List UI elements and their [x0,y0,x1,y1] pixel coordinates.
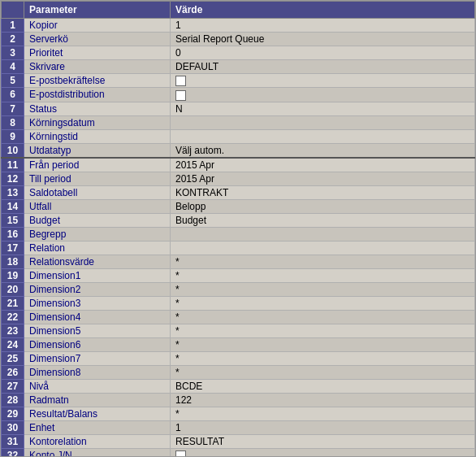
param-value: * [171,268,475,282]
param-label: Körningsdatum [24,115,171,129]
row-number: 32 [2,448,24,457]
param-label: Prioritet [24,46,171,60]
row-number: 1 [2,19,24,33]
table-row: 9Körningstid [2,129,475,143]
table-row: 17Relation [2,241,475,255]
row-number: 6 [2,88,24,102]
row-number: 21 [2,296,24,310]
row-number: 4 [2,60,24,74]
table-row: 6E-postdistribution [2,88,475,102]
param-label: Saldotabell [24,185,171,199]
table-row: 15BudgetBudget [2,213,475,227]
parameter-table: Parameter Värde 1Kopior12ServerköSerial … [1,1,475,457]
param-value [171,241,475,255]
param-value: Serial Report Queue [171,33,475,46]
row-number: 5 [2,74,24,88]
table-row: 13SaldotabellKONTRAKT [2,185,475,199]
param-label: Budget [24,213,171,227]
param-value[interactable] [171,88,475,102]
param-label: Dimension6 [24,337,171,351]
param-value: * [171,365,475,379]
param-value: 122 [171,393,475,407]
param-label: Dimension5 [24,324,171,337]
param-value: * [171,351,475,365]
col-parameter-header: Parameter [24,2,171,19]
row-number: 23 [2,324,24,337]
table-row: 31KontorelationRESULTAT [2,434,475,448]
param-label: Begrepp [24,227,171,241]
param-label: Från period [24,158,171,172]
param-label: Radmatn [24,393,171,407]
param-value: * [171,407,475,420]
param-label: Dimension8 [24,365,171,379]
param-label: Dimension3 [24,296,171,310]
param-value: 2015 Apr [171,158,475,172]
row-number: 13 [2,185,24,199]
table-row: 27NivåBCDE [2,379,475,393]
row-number: 26 [2,365,24,379]
table-row: 7StatusN [2,102,475,115]
param-value: * [171,296,475,310]
param-label: Relationsvärde [24,255,171,268]
param-label: Till period [24,172,171,185]
param-label: Status [24,102,171,115]
param-label: Dimension7 [24,351,171,365]
param-label: Utfall [24,199,171,213]
param-label: Utdatatyp [24,143,171,158]
param-value: 1 [171,19,475,33]
param-label: E-postbekräftelse [24,74,171,88]
row-number: 8 [2,115,24,129]
col-value-header: Värde [171,2,475,19]
table-row: 12Till period2015 Apr [2,172,475,185]
table-row: 16Begrepp [2,227,475,241]
checkbox-input[interactable] [175,76,186,86]
param-label: Dimension2 [24,282,171,296]
param-value: 0 [171,46,475,60]
row-number: 11 [2,158,24,172]
param-value: KONTRAKT [171,185,475,199]
param-value: * [171,337,475,351]
checkbox-input[interactable] [175,90,186,101]
table-row: 8Körningsdatum [2,115,475,129]
table-row: 29Resultat/Balans* [2,407,475,420]
table-row: 4SkrivareDEFAULT [2,60,475,74]
row-number: 12 [2,172,24,185]
param-label: Konto J/N [24,448,171,457]
param-label: Relation [24,241,171,255]
param-label: Nivå [24,379,171,393]
table-row: 10UtdatatypVälj autom. [2,143,475,158]
table-row: 11Från period2015 Apr [2,158,475,172]
row-number: 27 [2,379,24,393]
param-value: * [171,324,475,337]
row-number: 17 [2,241,24,255]
param-value[interactable] [171,448,475,457]
table-row: 20Dimension2* [2,282,475,296]
table-row: 30Enhet1 [2,420,475,434]
param-value: DEFAULT [171,60,475,74]
param-label: Kopior [24,19,171,33]
param-value: * [171,310,475,324]
param-value: Budget [171,213,475,227]
param-value: Välj autom. [171,143,475,158]
param-value: * [171,282,475,296]
table-row: 24Dimension6* [2,337,475,351]
row-number: 19 [2,268,24,282]
param-value[interactable] [171,74,475,88]
row-number: 7 [2,102,24,115]
table-row: 19Dimension1* [2,268,475,282]
param-value: Belopp [171,199,475,213]
row-number: 9 [2,129,24,143]
param-value [171,129,475,143]
table-row: 2ServerköSerial Report Queue [2,33,475,46]
param-label: Enhet [24,420,171,434]
param-label: Serverkö [24,33,171,46]
row-number: 14 [2,199,24,213]
param-value: RESULTAT [171,434,475,448]
table-row: 22Dimension4* [2,310,475,324]
param-label: Resultat/Balans [24,407,171,420]
param-label: Dimension4 [24,310,171,324]
row-number: 15 [2,213,24,227]
col-num-header [2,2,24,19]
param-label: Skrivare [24,60,171,74]
checkbox-input[interactable] [175,450,186,457]
